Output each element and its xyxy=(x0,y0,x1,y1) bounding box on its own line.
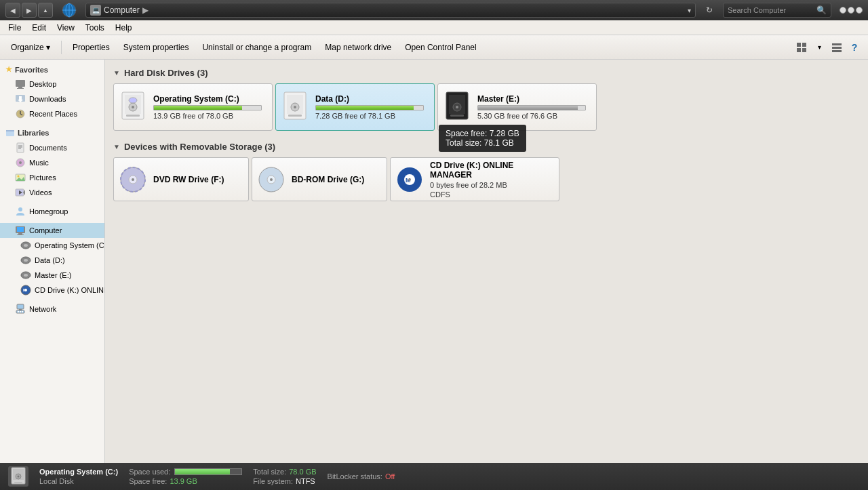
hdd-icon-master xyxy=(20,270,31,281)
sidebar-item-recent-places[interactable]: Recent Places xyxy=(0,106,104,121)
menu-edit[interactable]: Edit xyxy=(26,22,52,34)
address-bar[interactable]: 💻 Computer ▶ ▾ xyxy=(85,3,696,18)
sidebar-section-favorites[interactable]: ★ Favorites xyxy=(0,62,104,77)
os-c-free: 13.9 GB free of 78.0 GB xyxy=(153,112,267,120)
close-button[interactable] xyxy=(856,7,863,14)
removable-arrow[interactable]: ▼ xyxy=(113,143,120,150)
svg-rect-6 xyxy=(797,48,801,52)
svg-rect-64 xyxy=(288,115,302,117)
svg-point-40 xyxy=(24,244,28,247)
cd-k-icon-area: M xyxy=(396,163,423,197)
data-d-info: Data (D:) 7.28 GB free of 78.1 GB xyxy=(315,94,429,120)
maximize-button[interactable] xyxy=(848,7,854,14)
statusbar-hdd-icon xyxy=(10,467,26,486)
menu-file[interactable]: File xyxy=(3,22,26,34)
hdd-icon-os xyxy=(20,240,31,251)
sidebar-item-computer[interactable]: Computer xyxy=(0,223,104,238)
computer-icon: 💻 xyxy=(90,5,101,16)
drive-os-c[interactable]: Operating System (C:) 13.9 GB free of 78… xyxy=(113,83,273,131)
master-e-name: Master (E:) xyxy=(477,94,591,104)
svg-rect-9 xyxy=(832,47,842,49)
favorites-star-icon: ★ xyxy=(5,65,12,74)
properties-button[interactable]: Properties xyxy=(67,40,115,55)
cd-k-fs: CDFS xyxy=(430,190,553,199)
view-list-button[interactable] xyxy=(829,39,845,56)
os-c-icon-area xyxy=(119,90,146,124)
uninstall-button[interactable]: Uninstall or change a program xyxy=(197,40,317,55)
statusbar-fs-label: File system: xyxy=(253,477,293,485)
sidebar-section-libraries[interactable]: Libraries xyxy=(0,125,104,140)
menu-tools[interactable]: Tools xyxy=(80,22,110,34)
libraries-label: Libraries xyxy=(18,129,49,137)
cd-k-info: CD Drive (K:) ONLINE MANAGER 0 bytes fre… xyxy=(430,161,553,199)
up-button[interactable]: ▲ xyxy=(38,3,53,18)
cd-k-sub: 0 bytes free of 28.2 MB xyxy=(430,181,553,189)
view-dropdown-button[interactable]: ▾ xyxy=(811,39,827,56)
drive-data-d[interactable]: Data (D:) 7.28 GB free of 78.1 GB Space … xyxy=(275,83,435,131)
svg-rect-51 xyxy=(18,311,19,312)
system-properties-button[interactable]: System properties xyxy=(118,40,195,55)
removable-drives-grid: DVD RW Drive (F:) BD-ROM Drive (G:) xyxy=(113,157,860,201)
sidebar-item-documents[interactable]: Documents xyxy=(0,140,104,155)
back-button[interactable]: ◀ xyxy=(5,3,20,18)
sidebar-item-downloads[interactable]: Downloads xyxy=(0,91,104,106)
sidebar-item-cd-k[interactable]: M CD Drive (K:) ONLINE xyxy=(0,283,104,298)
svg-rect-15 xyxy=(19,96,22,100)
search-icon[interactable]: 🔍 xyxy=(816,5,827,15)
menu-help[interactable]: Help xyxy=(110,22,138,34)
svg-text:M: M xyxy=(23,288,26,292)
data-d-name: Data (D:) xyxy=(315,94,429,104)
minimize-button[interactable] xyxy=(840,7,846,14)
svg-rect-48 xyxy=(17,304,24,309)
svg-rect-53 xyxy=(22,311,23,312)
svg-point-57 xyxy=(132,106,134,108)
sidebar-item-master-e[interactable]: Master (E:) xyxy=(0,268,104,283)
dvd-f-icon-area xyxy=(119,163,146,197)
open-control-panel-button[interactable]: Open Control Panel xyxy=(399,40,481,55)
refresh-button[interactable]: ↻ xyxy=(701,3,717,18)
map-network-button[interactable]: Map network drive xyxy=(319,40,397,55)
bd-g-name: BD-ROM Drive (G:) xyxy=(292,175,381,184)
drive-cd-k[interactable]: M CD Drive (K:) ONLINE MANAGER 0 bytes f… xyxy=(390,157,559,201)
drive-master-e[interactable]: Master (E:) 5.30 GB free of 76.6 GB xyxy=(437,83,597,131)
forward-button[interactable]: ▶ xyxy=(22,3,37,18)
bd-icon xyxy=(258,166,285,193)
statusbar-name-section: Operating System (C:) Local Disk xyxy=(39,468,118,485)
svg-point-29 xyxy=(18,176,20,178)
hard-disk-section-header: ▼ Hard Disk Drives (3) xyxy=(113,68,860,78)
statusbar-total-label: Total size: xyxy=(253,468,286,476)
path-dropdown-button[interactable]: ▾ xyxy=(688,7,691,14)
libraries-icon xyxy=(5,128,15,138)
data-d-free: 7.28 GB free of 78.1 GB xyxy=(315,112,429,120)
svg-rect-52 xyxy=(20,311,21,312)
sidebar-item-pictures[interactable]: Pictures xyxy=(0,170,104,185)
menu-view[interactable]: View xyxy=(52,22,80,34)
titlebar: ◀ ▶ ▲ 💻 Computer ▶ ▾ ↻ Search Computer 🔍 xyxy=(0,0,868,20)
statusbar-bitlocker-label: BitLocker status: xyxy=(328,472,382,481)
sidebar-item-music[interactable]: Music xyxy=(0,155,104,170)
search-bar[interactable]: Search Computer 🔍 xyxy=(723,3,831,18)
os-c-info: Operating System (C:) 13.9 GB free of 78… xyxy=(153,94,267,120)
path-separator: ▶ xyxy=(142,5,149,15)
sidebar-item-network[interactable]: Network xyxy=(0,302,104,317)
dvd-icon xyxy=(119,166,146,193)
window-controls xyxy=(840,7,863,14)
drive-bd-g[interactable]: BD-ROM Drive (G:) xyxy=(252,157,387,201)
view-tiles-button[interactable] xyxy=(793,39,810,56)
svg-point-68 xyxy=(456,106,458,108)
help-button[interactable]: ? xyxy=(846,39,863,56)
hard-disk-title: Hard Disk Drives (3) xyxy=(124,68,208,78)
svg-rect-13 xyxy=(17,88,24,89)
sidebar-item-desktop[interactable]: Desktop xyxy=(0,77,104,91)
sidebar-item-data-d[interactable]: Data (D:) xyxy=(0,253,104,268)
hard-disk-arrow[interactable]: ▼ xyxy=(113,69,120,77)
sidebar-item-videos[interactable]: Videos xyxy=(0,185,104,200)
sidebar-item-os-c[interactable]: Operating System (C: xyxy=(0,238,104,253)
organize-button[interactable]: Organize ▾ xyxy=(5,40,56,55)
svg-rect-4 xyxy=(797,43,801,47)
data-d-icon-area xyxy=(281,90,309,124)
sidebar-item-homegroup[interactable]: Homegroup xyxy=(0,204,104,219)
drive-dvd-f[interactable]: DVD RW Drive (F:) xyxy=(113,157,249,201)
svg-rect-8 xyxy=(832,43,842,45)
svg-rect-12 xyxy=(18,87,22,88)
